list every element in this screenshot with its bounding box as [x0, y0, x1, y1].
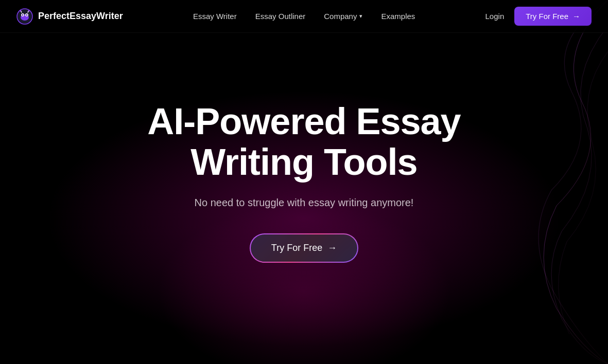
hero-subtitle: No need to struggle with essay writing a…: [93, 197, 515, 209]
svg-point-8: [20, 10, 22, 11]
nav-company-dropdown[interactable]: Company ▾: [324, 12, 362, 21]
nav-cta-arrow: →: [572, 12, 580, 21]
nav-links: Essay Writer Essay Outliner Company ▾ Ex…: [193, 12, 415, 21]
nav-try-free-button[interactable]: Try For Free →: [514, 7, 592, 26]
hero-content: AI-Powered Essay Writing Tools No need t…: [73, 101, 536, 263]
nav-essay-writer[interactable]: Essay Writer: [193, 12, 237, 21]
chevron-down-icon: ▾: [359, 13, 362, 20]
nav-company-label: Company: [324, 12, 357, 21]
nav-right: Login Try For Free →: [485, 7, 592, 26]
svg-point-9: [28, 10, 30, 11]
logo-icon: [16, 8, 33, 25]
hero-cta-arrow: →: [327, 243, 337, 253]
login-button[interactable]: Login: [485, 12, 505, 21]
hero-cta-label: Try For Free: [271, 243, 322, 253]
hero-section: AI-Powered Essay Writing Tools No need t…: [0, 0, 608, 364]
hero-try-free-button[interactable]: Try For Free →: [250, 233, 358, 263]
hero-title: AI-Powered Essay Writing Tools: [93, 101, 515, 183]
nav-examples[interactable]: Examples: [381, 12, 415, 21]
nav-cta-label: Try For Free: [526, 12, 568, 21]
brand-name: PerfectEssayWriter: [38, 11, 123, 22]
navbar: PerfectEssayWriter Essay Writer Essay Ou…: [0, 0, 608, 33]
svg-point-5: [26, 14, 28, 15]
svg-point-4: [22, 14, 24, 15]
logo-link[interactable]: PerfectEssayWriter: [16, 8, 123, 25]
nav-essay-outliner[interactable]: Essay Outliner: [255, 12, 306, 21]
